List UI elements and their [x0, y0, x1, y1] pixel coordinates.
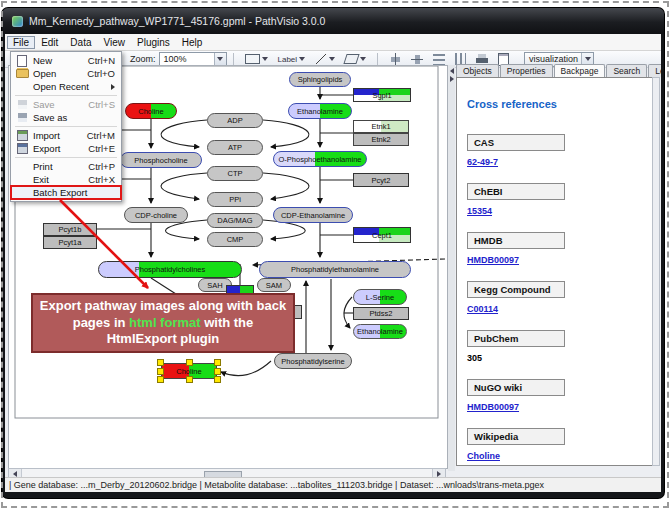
xref-id-link[interactable]: HMDB00097: [467, 402, 642, 412]
tab-search[interactable]: Search: [606, 64, 647, 77]
line-button[interactable]: [312, 53, 338, 65]
node-choline[interactable]: Choline: [125, 103, 177, 119]
menu-bar: FileEditDataViewPluginsHelp: [5, 34, 661, 51]
node-phosphocholine[interactable]: Phosphocholine: [120, 152, 202, 168]
align-center-button[interactable]: [386, 52, 404, 66]
node-cdp-ethanolamine[interactable]: CDP-Ethanolamine: [273, 207, 353, 223]
node-ethanolamine[interactable]: Ethanolamine: [288, 103, 352, 119]
window-title: Mm_Kennedy_pathway_WP1771_45176.gpml - P…: [29, 15, 325, 27]
xref-id-link[interactable]: HMDB00097: [467, 255, 642, 265]
node-sphingolipids[interactable]: Sphingolipids: [289, 72, 351, 87]
vertical-scrollbar[interactable]: [652, 77, 660, 466]
menu-item-shortcut: Ctrl+X: [88, 174, 115, 185]
menu-item-label: Print: [33, 161, 88, 172]
menu-data[interactable]: Data: [64, 36, 97, 49]
menu-item-label: New: [33, 55, 88, 66]
node-pcyt1b[interactable]: Pcyt1b: [43, 223, 97, 236]
xref-id-link[interactable]: 15354: [467, 206, 642, 216]
node-atp[interactable]: ATP: [207, 140, 263, 155]
file-menu-item-open-recent[interactable]: Open Recent: [11, 80, 121, 93]
node-pcyt1a[interactable]: Pcyt1a: [43, 236, 97, 249]
node-phosphatidylethanolamine[interactable]: Phosphatidylethanolamine: [259, 261, 411, 278]
callout-highlight: html format: [129, 315, 201, 330]
node-ctp[interactable]: CTP: [207, 166, 263, 181]
align-middle-button[interactable]: [408, 52, 426, 66]
node-dag-mag[interactable]: DAG/MAG: [207, 213, 263, 228]
menu-item-shortcut: Ctrl+O: [87, 68, 115, 79]
collapse-right-icon[interactable]: [450, 76, 454, 82]
node-cept1[interactable]: Cept1: [353, 227, 411, 243]
zoom-label: Zoom:: [130, 54, 156, 64]
tab-backpage[interactable]: Backpage: [554, 64, 606, 78]
file-menu-item-export[interactable]: ExportCtrl+E: [11, 142, 121, 155]
node-ptdss2[interactable]: Ptdss2: [353, 307, 409, 320]
node-cdp-choline[interactable]: CDP-choline: [124, 207, 188, 223]
tab-objects[interactable]: Objects: [456, 64, 499, 77]
file-menu-item-save-as[interactable]: Save as: [11, 111, 121, 124]
menu-item-label: Save as: [33, 112, 115, 123]
xref-id-link[interactable]: 62-49-7: [467, 157, 642, 167]
chevron-down-icon[interactable]: [360, 57, 366, 61]
distribute-horizontal-button[interactable]: [430, 53, 448, 66]
menu-separator: [15, 157, 117, 158]
shape-button[interactable]: [342, 53, 369, 65]
selection-handle-e[interactable]: [214, 368, 221, 375]
selection-handle-se[interactable]: [214, 376, 221, 383]
node-sgpl1[interactable]: Sgpl1: [353, 88, 411, 102]
node-ppi[interactable]: PPi: [207, 192, 263, 207]
xref-database-header: ChEBI: [467, 183, 565, 200]
file-menu-item-open[interactable]: OpenCtrl+O: [11, 67, 121, 80]
cross-references-heading: Cross references: [467, 98, 642, 110]
menu-item-label: Open Recent: [33, 81, 111, 92]
save-icon: [18, 113, 27, 122]
file-menu-item-print[interactable]: PrintCtrl+P: [11, 160, 121, 173]
node-o-phosphoethanolamine[interactable]: O-Phosphoethanolamine: [273, 151, 367, 167]
node-etnk2[interactable]: Etnk2: [353, 133, 409, 146]
tab-legend[interactable]: Legend: [648, 64, 661, 77]
node-phosphatidylserine[interactable]: Phosphatidylserine: [274, 353, 352, 369]
backpage-panel: Cross references CAS62-49-7ChEBI15354HMD…: [456, 77, 653, 466]
chevron-down-icon[interactable]: [262, 57, 268, 61]
selection-handle-w[interactable]: [157, 368, 164, 375]
panel-splitter[interactable]: [448, 65, 455, 471]
node-adp[interactable]: ADP: [207, 113, 263, 128]
menu-plugins[interactable]: Plugins: [131, 36, 176, 49]
chevron-down-icon[interactable]: [329, 57, 335, 61]
node-cmp[interactable]: CMP: [207, 232, 263, 247]
menu-item-shortcut: Ctrl+M: [87, 130, 115, 141]
menu-file[interactable]: File: [7, 36, 35, 49]
zoom-dropdown-icon[interactable]: [214, 53, 226, 66]
selection-handle-ne[interactable]: [214, 359, 221, 366]
title-bar: Mm_Kennedy_pathway_WP1771_45176.gpml - P…: [2, 8, 664, 34]
xref-id-link[interactable]: C00114: [467, 304, 642, 314]
node-l-serine[interactable]: L-Serine: [353, 289, 407, 305]
node-choline-selected[interactable]: Choline: [161, 363, 217, 379]
new-icon: [17, 55, 27, 67]
selection-handle-n[interactable]: [186, 359, 193, 366]
node-phosphatidylcholines[interactable]: Phosphatidylcholines: [98, 261, 242, 278]
selection-handle-sw[interactable]: [157, 376, 164, 383]
selection-handle-s[interactable]: [186, 376, 193, 383]
label-button[interactable]: Label: [275, 54, 309, 65]
menu-item-label: Import: [33, 130, 87, 141]
collapse-left-icon[interactable]: [450, 68, 454, 74]
open-icon: [16, 69, 29, 78]
tab-properties[interactable]: Properties: [500, 64, 553, 77]
node-pcyt2[interactable]: Pcyt2: [353, 173, 409, 187]
menu-view[interactable]: View: [97, 36, 131, 49]
node-etnk1[interactable]: Etnk1: [353, 120, 409, 133]
file-menu-item-import[interactable]: ImportCtrl+M: [11, 129, 121, 142]
chevron-down-icon[interactable]: [299, 57, 305, 61]
menu-edit[interactable]: Edit: [35, 36, 64, 49]
file-menu-item-save: SaveCtrl+S: [11, 98, 121, 111]
node-sam[interactable]: SAM: [257, 278, 291, 292]
file-menu-item-new[interactable]: NewCtrl+N: [11, 54, 121, 67]
node-ethanolamine-2[interactable]: Ethanolamine: [353, 324, 407, 339]
gene-product-button[interactable]: [242, 53, 271, 65]
file-menu-item-exit[interactable]: ExitCtrl+X: [11, 173, 121, 186]
xref-id-link[interactable]: Choline: [467, 451, 642, 461]
file-menu-item-batch-export[interactable]: Batch Export: [11, 186, 121, 199]
selection-handle-nw[interactable]: [157, 359, 164, 366]
menu-help[interactable]: Help: [176, 36, 209, 49]
menu-item-label: Open: [33, 68, 87, 79]
